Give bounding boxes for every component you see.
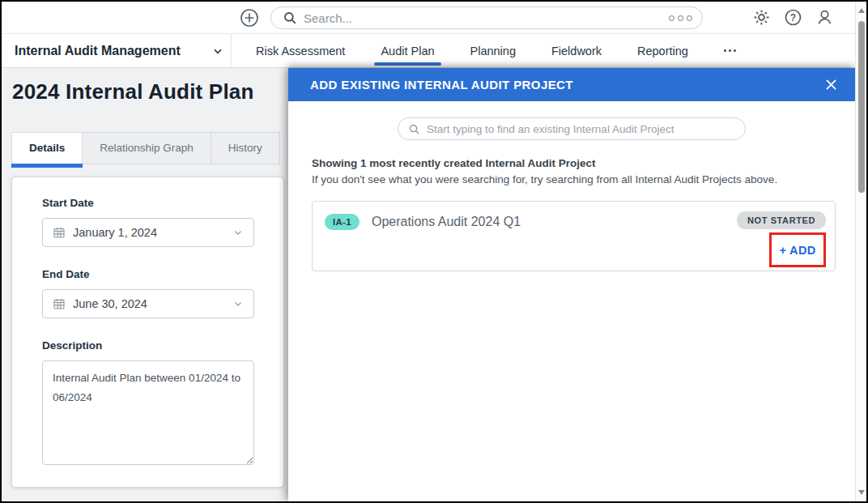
status-badge: NOT STARTED (737, 211, 826, 229)
tab-details[interactable]: Details (11, 132, 83, 164)
results-summary: Showing 1 most recently created Internal… (312, 157, 832, 169)
nav-item-fieldwork[interactable]: Fieldwork (551, 34, 602, 68)
detail-tabs: Details Relationship Graph History (11, 132, 280, 164)
calendar-icon (53, 226, 66, 239)
details-panel: Start Date January 1, 2024 End Date (11, 177, 284, 488)
nav-item-reporting[interactable]: Reporting (637, 34, 688, 68)
modal-header: ADD EXISTING INTERNAL AUDIT PROJECT (288, 68, 855, 101)
search-icon (283, 11, 297, 25)
help-icon[interactable]: ? (784, 8, 802, 27)
search-icon (408, 123, 420, 135)
end-date-picker[interactable]: June 30, 2024 (42, 289, 254, 318)
chevron-down-icon (232, 298, 244, 309)
app-switcher[interactable]: Internal Audit Management (15, 34, 224, 68)
svg-text:?: ? (790, 12, 796, 23)
project-search[interactable] (398, 117, 746, 140)
search-options-icon[interactable] (669, 15, 692, 21)
add-existing-project-modal: ADD EXISTING INTERNAL AUDIT PROJECT Show… (288, 68, 855, 501)
scrollbar-thumb[interactable] (858, 21, 865, 193)
end-date-label: End Date (42, 268, 264, 280)
description-textarea[interactable]: Internal Audit Plan between 01/2024 to 0… (42, 360, 254, 465)
start-date-picker[interactable]: January 1, 2024 (42, 218, 254, 247)
nav-item-planning[interactable]: Planning (470, 34, 516, 68)
chevron-down-icon (232, 227, 244, 238)
vertical-scrollbar[interactable] (855, 2, 866, 501)
project-name[interactable]: Operations Audit 2024 Q1 (372, 215, 521, 229)
chevron-down-icon (211, 45, 224, 58)
page-background: 2024 Internal Audit Plan Details Relatio… (2, 68, 866, 501)
app-nav-bar: Internal Audit Management Risk Assessmen… (2, 34, 866, 68)
description-label: Description (42, 339, 264, 352)
modal-title: ADD EXISTING INTERNAL AUDIT PROJECT (288, 78, 573, 92)
global-search[interactable] (270, 6, 703, 29)
top-bar: ? (2, 2, 866, 34)
project-id-badge: IA-1 (325, 214, 360, 230)
start-date-label: Start Date (42, 197, 264, 209)
user-account-icon[interactable] (815, 8, 834, 27)
app-window: ? Internal Audit Management Risk Assessm… (0, 0, 868, 503)
create-icon[interactable] (240, 8, 259, 28)
tab-relationship-graph[interactable]: Relationship Graph (83, 132, 211, 164)
nav-overflow-icon[interactable] (724, 34, 736, 68)
nav-tabs: Risk Assessment Audit Plan Planning Fiel… (231, 34, 866, 67)
scroll-up-arrow-icon[interactable] (858, 8, 865, 13)
results-hint: If you don't see what you were searching… (312, 173, 832, 185)
end-date-group: End Date June 30, 2024 (42, 268, 264, 318)
scroll-down-arrow-icon[interactable] (858, 490, 865, 495)
start-date-group: Start Date January 1, 2024 (42, 197, 264, 247)
project-result-card: IA-1 Operations Audit 2024 Q1 NOT STARTE… (312, 201, 836, 271)
annotation-highlight-box: + ADD (769, 232, 826, 267)
nav-item-audit-plan[interactable]: Audit Plan (381, 34, 434, 68)
close-icon[interactable] (823, 77, 839, 92)
nav-item-risk-assessment[interactable]: Risk Assessment (256, 34, 345, 68)
settings-gear-icon[interactable] (752, 8, 771, 27)
project-search-input[interactable] (427, 123, 735, 135)
tab-history[interactable]: History (211, 132, 280, 164)
modal-body: Showing 1 most recently created Internal… (288, 101, 855, 271)
description-group: Description Internal Audit Plan between … (42, 339, 264, 468)
add-project-button[interactable]: + ADD (780, 244, 816, 257)
app-name: Internal Audit Management (15, 44, 181, 58)
end-date-value: June 30, 2024 (73, 297, 147, 310)
global-search-input[interactable] (304, 11, 662, 25)
calendar-icon (53, 297, 66, 310)
start-date-value: January 1, 2024 (73, 226, 157, 239)
page-title: 2024 Internal Audit Plan (12, 79, 254, 104)
